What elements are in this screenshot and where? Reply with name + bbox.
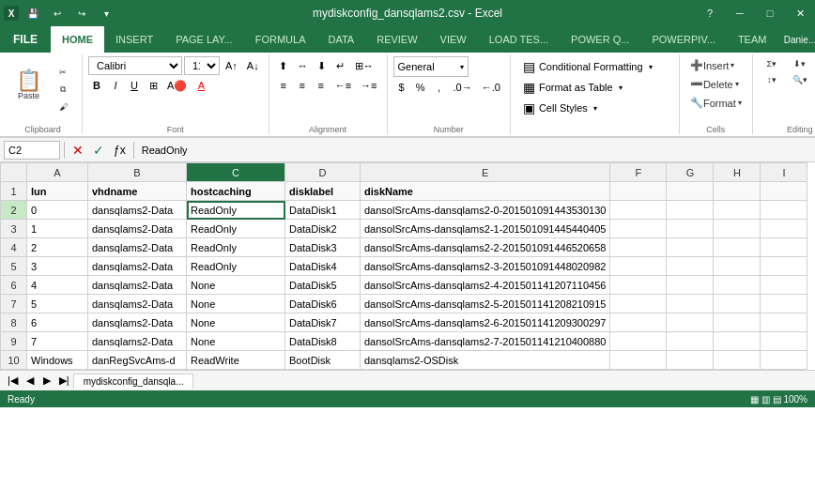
col-header-D[interactable]: D [285,163,361,182]
copy-button[interactable]: ⧉ [50,82,76,98]
find-select-button[interactable]: 🔍▾ [787,72,813,87]
row-header-9[interactable]: 9 [1,332,27,351]
cell-D5[interactable]: DataDisk4 [285,257,361,276]
cell-B6[interactable]: dansqlams2-Data [88,276,187,295]
cell-D1[interactable]: disklabel [285,182,361,201]
align-bottom-btn[interactable]: ⬇ [314,56,331,75]
cell-H4[interactable] [714,238,761,257]
cell-F7[interactable] [610,295,667,313]
align-right-btn[interactable]: ≡ [313,76,330,95]
cell-F2[interactable] [610,201,667,220]
close-btn[interactable]: ✕ [785,0,815,26]
cell-C5[interactable]: ReadOnly [187,257,285,276]
cell-D3[interactable]: DataDisk2 [285,220,361,238]
cell-E3[interactable]: dansolSrcAms-dansqlams2-1-20150109144544… [361,220,610,238]
merge-center-btn[interactable]: ⊞↔ [351,56,377,75]
cell-B3[interactable]: dansqlams2-Data [88,220,187,238]
cell-I7[interactable] [761,295,807,313]
cell-F4[interactable] [610,238,667,257]
italic-button[interactable]: I [107,76,124,95]
align-center-btn[interactable]: ≡ [294,76,311,95]
tab-team[interactable]: TEAM [727,26,778,53]
col-header-A[interactable]: A [27,163,88,182]
sheet-tab-1[interactable]: mydiskconfig_dansqla... [73,374,194,389]
tab-powerq[interactable]: POWER Q... [560,26,640,53]
customize-btn[interactable]: ▾ [96,3,116,23]
row-header-7[interactable]: 7 [1,295,27,313]
cell-A8[interactable]: 6 [27,313,88,332]
user-account[interactable]: Danie... [785,26,815,53]
redo-btn[interactable]: ↪ [71,3,92,23]
cell-E10[interactable]: dansqlams2-OSDisk [361,351,610,370]
cell-G6[interactable] [667,276,714,295]
cancel-formula-btn[interactable]: ✕ [69,141,87,160]
cell-F1[interactable] [610,182,667,201]
cell-G5[interactable] [667,257,714,276]
cell-I1[interactable] [761,182,807,201]
cell-C8[interactable]: None [187,313,285,332]
cell-H6[interactable] [714,276,761,295]
cell-C6[interactable]: None [187,276,285,295]
row-header-1[interactable]: 1 [1,182,27,201]
cell-H10[interactable] [714,351,761,370]
cell-C7[interactable]: None [187,295,285,313]
undo-btn[interactable]: ↩ [47,3,68,23]
cell-H5[interactable] [714,257,761,276]
cell-G10[interactable] [667,351,714,370]
cell-B10[interactable]: danRegSvcAms-d [88,351,187,370]
cell-I10[interactable] [761,351,807,370]
delete-button[interactable]: ➖ Delete ▾ [685,75,744,93]
cell-A2[interactable]: 0 [27,201,88,220]
cell-F9[interactable] [610,332,667,351]
paste-button[interactable]: 📋 Paste [9,56,48,115]
cell-A7[interactable]: 5 [27,295,88,313]
cell-E8[interactable]: dansolSrcAms-dansqlams2-6-20150114120930… [361,313,610,332]
font-size-select[interactable]: 11 [184,56,220,75]
percent-btn[interactable]: % [412,78,429,97]
increase-font-btn[interactable]: A↑ [222,56,241,75]
tab-insert[interactable]: INSERT [104,26,164,53]
cell-G1[interactable] [667,182,714,201]
row-header-6[interactable]: 6 [1,276,27,295]
cell-D9[interactable]: DataDisk8 [285,332,361,351]
cell-B1[interactable]: vhdname [88,182,187,201]
cell-D8[interactable]: DataDisk7 [285,313,361,332]
cell-C9[interactable]: None [187,332,285,351]
cell-A6[interactable]: 4 [27,276,88,295]
sheet-nav-next[interactable]: ▶ [38,372,55,390]
cell-A10[interactable]: Windows [27,351,88,370]
cell-G7[interactable] [667,295,714,313]
comma-btn[interactable]: , [431,78,448,97]
font-color-button[interactable]: A [192,76,209,95]
cell-H3[interactable] [714,220,761,238]
format-as-table-button[interactable]: ▦ Format as Table ▾ [516,77,629,98]
cell-B4[interactable]: dansqlams2-Data [88,238,187,257]
cell-C10[interactable]: ReadWrite [187,351,285,370]
tab-review[interactable]: REVIEW [365,26,428,53]
font-family-select[interactable]: Calibri [88,56,182,75]
tab-loadtest[interactable]: LOAD TES... [478,26,560,53]
cell-E1[interactable]: diskName [361,182,610,201]
cell-E6[interactable]: dansolSrcAms-dansqlams2-4-20150114120711… [361,276,610,295]
number-format-dropdown[interactable]: General ▾ [393,56,469,77]
tab-data[interactable]: DATA [316,26,365,53]
decrease-indent-btn[interactable]: ←≡ [331,76,355,95]
cell-F3[interactable] [610,220,667,238]
cell-A3[interactable]: 1 [27,220,88,238]
col-header-B[interactable]: B [88,163,187,182]
sheet-nav-first[interactable]: |◀ [4,372,22,390]
wrap-text-btn[interactable]: ↵ [332,56,349,75]
tab-powerpivot[interactable]: POWERPIV... [640,26,726,53]
cell-G8[interactable] [667,313,714,332]
cell-E4[interactable]: dansolSrcAms-dansqlams2-2-20150109144652… [361,238,610,257]
cell-E5[interactable]: dansolSrcAms-dansqlams2-3-20150109144802… [361,257,610,276]
cell-B9[interactable]: dansqlams2-Data [88,332,187,351]
cell-G9[interactable] [667,332,714,351]
insert-button[interactable]: ➕ Insert ▾ [685,56,740,74]
col-header-H[interactable]: H [714,163,761,182]
cell-H2[interactable] [714,201,761,220]
tab-page-layout[interactable]: PAGE LAY... [164,26,244,53]
cell-H9[interactable] [714,332,761,351]
cell-I6[interactable] [761,276,807,295]
increase-indent-btn[interactable]: →≡ [357,76,380,95]
